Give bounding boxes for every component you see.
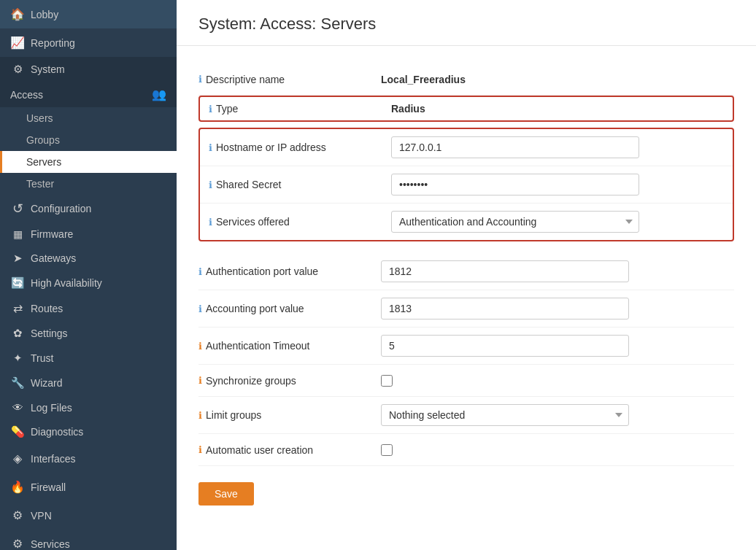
sidebar-item-firewall[interactable]: 🔥 Firewall	[0, 473, 177, 501]
services-offered-row: ℹ Services offered Authentication and Ac…	[200, 204, 733, 240]
sidebar-item-lobby[interactable]: 🏠 Lobby	[0, 0, 177, 28]
sync-groups-row: ℹ Synchronize groups	[198, 365, 734, 397]
accounting-port-row: ℹ Accounting port value	[198, 290, 734, 328]
info-icon-type[interactable]: ℹ	[209, 104, 212, 115]
limit-groups-label: ℹ Limit groups	[198, 409, 381, 421]
sidebar-label-configuration: Configuration	[31, 203, 91, 214]
limit-groups-select[interactable]: Nothing selected	[381, 404, 629, 426]
sidebar-item-firmware[interactable]: ▦ Firmware	[0, 222, 177, 246]
info-icon-auth-port[interactable]: ℹ	[198, 266, 202, 277]
page-title: System: Access: Servers	[198, 15, 734, 34]
sidebar-item-gateways[interactable]: ➤ Gateways	[0, 246, 177, 271]
sidebar-label-tester: Tester	[26, 178, 54, 190]
auth-port-input[interactable]	[381, 260, 629, 282]
auto-user-checkbox[interactable]	[381, 444, 393, 456]
descriptive-name-value: Local_Freeradius	[381, 74, 734, 85]
save-button[interactable]: Save	[198, 482, 254, 506]
sidebar-item-access[interactable]: Access 👥	[0, 82, 177, 107]
info-icon-desc[interactable]: ℹ	[198, 74, 202, 85]
page-header: System: Access: Servers	[177, 0, 756, 46]
configuration-icon: ↺	[10, 201, 25, 217]
sidebar-item-reporting[interactable]: 📈 Reporting	[0, 28, 177, 57]
services-offered-label: ℹ Services offered	[209, 216, 391, 228]
reporting-icon: 📈	[10, 36, 25, 50]
info-icon-secret[interactable]: ℹ	[209, 179, 212, 190]
auto-user-label: ℹ Automatic user creation	[198, 444, 381, 456]
save-row: Save	[198, 466, 734, 506]
shared-secret-input[interactable]	[391, 174, 639, 195]
info-icon-limit-groups[interactable]: ℹ	[198, 410, 202, 421]
info-icon-hostname[interactable]: ℹ	[209, 142, 212, 153]
sync-groups-checkbox[interactable]	[381, 375, 393, 387]
info-icon-services[interactable]: ℹ	[209, 217, 212, 228]
sidebar-label-servers: Servers	[26, 156, 61, 168]
sidebar-item-system[interactable]: ⚙ System	[0, 57, 177, 82]
info-icon-sync-groups[interactable]: ℹ	[198, 375, 202, 386]
accounting-port-label: ℹ Accounting port value	[198, 303, 381, 314]
main-content: System: Access: Servers ℹ Descriptive na…	[177, 0, 756, 550]
sidebar-item-vpn[interactable]: ⚙ VPN	[0, 501, 177, 530]
auto-user-row: ℹ Automatic user creation	[198, 434, 734, 466]
auth-timeout-label: ℹ Authentication Timeout	[198, 340, 381, 352]
sidebar-label-diagnostics: Diagnostics	[31, 426, 83, 438]
high-availability-icon: 🔄	[10, 276, 25, 290]
sidebar-label-users: Users	[26, 112, 53, 124]
descriptive-name-label: ℹ Descriptive name	[198, 74, 381, 85]
access-icon: 👥	[152, 88, 166, 101]
firewall-icon: 🔥	[10, 480, 25, 494]
sidebar-item-settings[interactable]: ✿ Settings	[0, 321, 177, 346]
sidebar-label-access: Access	[10, 89, 43, 101]
content-area: ℹ Descriptive name Local_Freeradius ℹ Ty…	[177, 46, 756, 550]
sidebar-label-routes: Routes	[31, 303, 63, 314]
sidebar-label-gateways: Gateways	[31, 252, 76, 264]
info-icon-accounting-port[interactable]: ℹ	[198, 303, 202, 314]
sidebar-item-servers[interactable]: Servers	[0, 151, 177, 173]
sidebar-item-interfaces[interactable]: ◈ Interfaces	[0, 444, 177, 473]
sidebar-item-trust[interactable]: ✦ Trust	[0, 346, 177, 371]
wizard-icon: 🔧	[10, 376, 25, 390]
accounting-port-input[interactable]	[381, 298, 629, 319]
radius-config-section: ℹ Hostname or IP address ℹ Shared Secret…	[198, 128, 734, 241]
sidebar: 🏠 Lobby 📈 Reporting ⚙ System Access 👥 Us…	[0, 0, 177, 550]
sidebar-item-high-availability[interactable]: 🔄 High Availability	[0, 271, 177, 295]
sidebar-item-log-files[interactable]: 👁 Log Files	[0, 395, 177, 419]
interfaces-icon: ◈	[10, 452, 25, 465]
sidebar-label-trust: Trust	[31, 352, 53, 364]
sync-groups-label: ℹ Synchronize groups	[198, 375, 381, 387]
sidebar-item-services[interactable]: ⚙ Services	[0, 530, 177, 550]
sidebar-label-interfaces: Interfaces	[31, 453, 75, 465]
sidebar-item-configuration[interactable]: ↺ Configuration	[0, 195, 177, 222]
info-icon-auth-timeout[interactable]: ℹ	[198, 341, 202, 352]
services-offered-select[interactable]: Authentication and Accounting	[391, 211, 639, 233]
sidebar-label-lobby: Lobby	[31, 9, 58, 20]
sidebar-item-wizard[interactable]: 🔧 Wizard	[0, 371, 177, 395]
sidebar-item-diagnostics[interactable]: 💊 Diagnostics	[0, 419, 177, 444]
services-icon: ⚙	[10, 537, 25, 550]
sidebar-label-log-files: Log Files	[31, 402, 72, 414]
settings-icon: ✿	[10, 327, 25, 340]
sidebar-item-users[interactable]: Users	[0, 107, 177, 129]
auth-timeout-row: ℹ Authentication Timeout	[198, 328, 734, 365]
gateways-icon: ➤	[10, 252, 25, 265]
info-icon-auto-user[interactable]: ℹ	[198, 444, 202, 455]
hostname-input[interactable]	[391, 136, 639, 158]
hostname-label: ℹ Hostname or IP address	[209, 142, 391, 153]
sidebar-item-tester[interactable]: Tester	[0, 173, 177, 195]
type-value: Radius	[391, 103, 425, 115]
auth-timeout-input[interactable]	[381, 335, 629, 357]
sidebar-label-firmware: Firmware	[31, 228, 73, 240]
type-row: ℹ Type Radius	[198, 96, 734, 122]
sidebar-label-high-availability: High Availability	[31, 277, 102, 289]
shared-secret-label: ℹ Shared Secret	[209, 179, 391, 190]
sidebar-label-reporting: Reporting	[31, 37, 75, 49]
sidebar-item-groups[interactable]: Groups	[0, 129, 177, 151]
limit-groups-row: ℹ Limit groups Nothing selected	[198, 397, 734, 434]
sidebar-label-settings: Settings	[31, 328, 68, 339]
system-icon: ⚙	[10, 63, 25, 76]
descriptive-name-row: ℹ Descriptive name Local_Freeradius	[198, 63, 734, 96]
sidebar-item-routes[interactable]: ⇄ Routes	[0, 295, 177, 321]
trust-icon: ✦	[10, 352, 25, 365]
auth-port-row: ℹ Authentication port value	[198, 253, 734, 290]
firmware-icon: ▦	[10, 228, 25, 240]
vpn-icon: ⚙	[10, 508, 25, 522]
